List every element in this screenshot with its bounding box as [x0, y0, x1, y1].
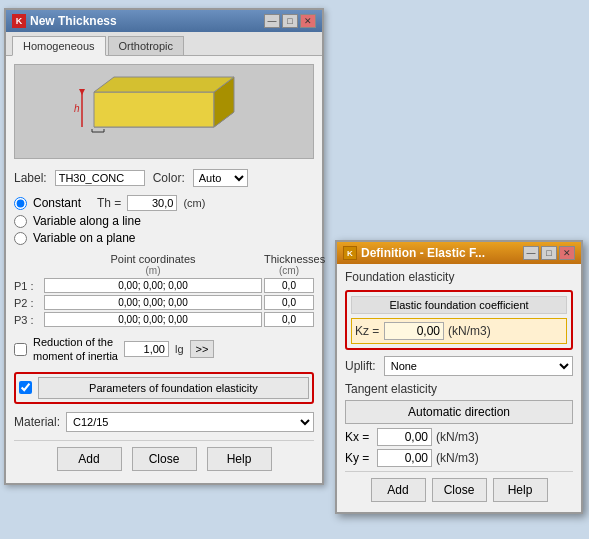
- radio-variable-plane-row: Variable on a plane: [14, 231, 314, 245]
- points-header: Point coordinates (m) Thicknesses (cm): [14, 253, 314, 276]
- tab-homogeneous[interactable]: Homogeneous: [12, 36, 106, 56]
- p3-thickness[interactable]: [264, 312, 314, 327]
- tangent-title: Tangent elasticity: [345, 382, 573, 396]
- ky-unit: (kN/m3): [436, 451, 479, 465]
- col-coords-unit: (m): [44, 265, 262, 276]
- elastic-title-bar: K Definition - Elastic F... — □ ✕: [337, 242, 581, 264]
- kz-input[interactable]: [384, 322, 444, 340]
- radio-constant-row: Constant Th = (cm): [14, 195, 314, 211]
- kx-input[interactable]: [377, 428, 432, 446]
- p3-coords[interactable]: [44, 312, 262, 327]
- coeff-header: Elastic foundation coefficient: [351, 296, 567, 314]
- tab-orthotropic[interactable]: Orthotropic: [108, 36, 184, 55]
- th-input[interactable]: [127, 195, 177, 211]
- close-button[interactable]: ✕: [300, 14, 316, 28]
- radio-constant-label: Constant: [33, 196, 81, 210]
- elastic-bottom-buttons: Add Close Help: [345, 471, 573, 506]
- p2-thickness[interactable]: [264, 295, 314, 310]
- radio-variable-plane[interactable]: [14, 232, 27, 245]
- reduction-input[interactable]: [124, 341, 169, 357]
- p1-label: P1 :: [14, 280, 42, 292]
- kz-label: Kz =: [355, 324, 380, 338]
- p3-label: P3 :: [14, 314, 42, 326]
- ky-label: Ky =: [345, 451, 373, 465]
- col-thick-header: Thicknesses (cm): [264, 253, 314, 276]
- radio-variable-line[interactable]: [14, 215, 27, 228]
- elastic-window: K Definition - Elastic F... — □ ✕ Founda…: [335, 240, 583, 514]
- main-window-title: New Thickness: [30, 14, 117, 28]
- radio-section: Constant Th = (cm) Variable along a line…: [14, 195, 314, 245]
- kx-row: Kx = (kN/m3): [345, 428, 573, 446]
- svg-marker-3: [94, 77, 234, 92]
- foundation-elasticity-title: Foundation elasticity: [345, 270, 573, 284]
- radio-variable-plane-label: Variable on a plane: [33, 231, 136, 245]
- main-content: h Label: Color: Auto: [6, 56, 322, 483]
- main-window: K New Thickness — □ ✕ Homogeneous Orthot…: [4, 8, 324, 485]
- label-input[interactable]: [55, 170, 145, 186]
- shape-svg: h: [54, 72, 274, 152]
- th-unit: (cm): [183, 197, 205, 209]
- label-label: Label:: [14, 171, 47, 185]
- main-title-bar: K New Thickness — □ ✕: [6, 10, 322, 32]
- radio-constant[interactable]: [14, 197, 27, 210]
- reduction-row: Reduction of themoment of inertia lg >>: [14, 335, 314, 364]
- foundation-btn[interactable]: Parameters of foundation elasticity: [38, 377, 309, 399]
- col-thick-label: Thicknesses: [264, 253, 314, 265]
- elastic-window-title: Definition - Elastic F...: [361, 246, 485, 260]
- material-select[interactable]: C12/15: [66, 412, 314, 432]
- maximize-button[interactable]: □: [282, 14, 298, 28]
- uplift-row: Uplift: None: [345, 356, 573, 376]
- points-table: Point coordinates (m) Thicknesses (cm) P…: [14, 253, 314, 327]
- main-close-button[interactable]: Close: [132, 447, 197, 471]
- elastic-content: Foundation elasticity Elastic foundation…: [337, 264, 581, 512]
- th-label: Th =: [97, 196, 121, 210]
- point-row-3: P3 :: [14, 312, 314, 327]
- point-row-1: P1 :: [14, 278, 314, 293]
- p2-label: P2 :: [14, 297, 42, 309]
- foundation-checkbox[interactable]: [19, 381, 32, 394]
- tangent-section: Tangent elasticity Automatic direction K…: [345, 382, 573, 467]
- elastic-minimize-button[interactable]: —: [523, 246, 539, 260]
- uplift-label: Uplift:: [345, 359, 376, 373]
- reduction-unit: lg: [175, 343, 184, 355]
- radio-variable-line-label: Variable along a line: [33, 214, 141, 228]
- tab-bar: Homogeneous Orthotropic: [6, 32, 322, 56]
- uplift-select[interactable]: None: [384, 356, 573, 376]
- ky-input[interactable]: [377, 449, 432, 467]
- reduction-btn[interactable]: >>: [190, 340, 215, 358]
- p2-coords[interactable]: [44, 295, 262, 310]
- elastic-help-button[interactable]: Help: [493, 478, 548, 502]
- auto-direction-button[interactable]: Automatic direction: [345, 400, 573, 424]
- elastic-close-button-btn[interactable]: Close: [432, 478, 487, 502]
- color-dropdown[interactable]: Auto: [193, 169, 248, 187]
- radio-variable-line-row: Variable along a line: [14, 214, 314, 228]
- elastic-add-button[interactable]: Add: [371, 478, 426, 502]
- svg-marker-1: [94, 92, 214, 127]
- label-color-row: Label: Color: Auto: [14, 169, 314, 187]
- point-row-2: P2 :: [14, 295, 314, 310]
- p1-coords[interactable]: [44, 278, 262, 293]
- kx-label: Kx =: [345, 430, 373, 444]
- empty-header: [14, 253, 42, 276]
- p1-thickness[interactable]: [264, 278, 314, 293]
- material-label: Material:: [14, 415, 60, 429]
- kx-unit: (kN/m3): [436, 430, 479, 444]
- reduction-label: Reduction of themoment of inertia: [33, 335, 118, 364]
- shape-preview: h: [14, 64, 314, 159]
- reduction-checkbox[interactable]: [14, 343, 27, 356]
- title-bar-left: K New Thickness: [12, 14, 117, 28]
- title-controls: — □ ✕: [264, 14, 316, 28]
- elastic-maximize-button[interactable]: □: [541, 246, 557, 260]
- color-label: Color:: [153, 171, 185, 185]
- foundation-row: Parameters of foundation elasticity: [14, 372, 314, 404]
- main-help-button[interactable]: Help: [207, 447, 272, 471]
- color-select: Auto: [193, 169, 248, 187]
- main-bottom-buttons: Add Close Help: [14, 440, 314, 475]
- svg-text:h: h: [74, 103, 80, 114]
- main-window-icon: K: [12, 14, 26, 28]
- minimize-button[interactable]: —: [264, 14, 280, 28]
- col-coords-header: Point coordinates (m): [44, 253, 262, 276]
- coeff-section: Elastic foundation coefficient Kz = (kN/…: [345, 290, 573, 350]
- elastic-close-button[interactable]: ✕: [559, 246, 575, 260]
- main-add-button[interactable]: Add: [57, 447, 122, 471]
